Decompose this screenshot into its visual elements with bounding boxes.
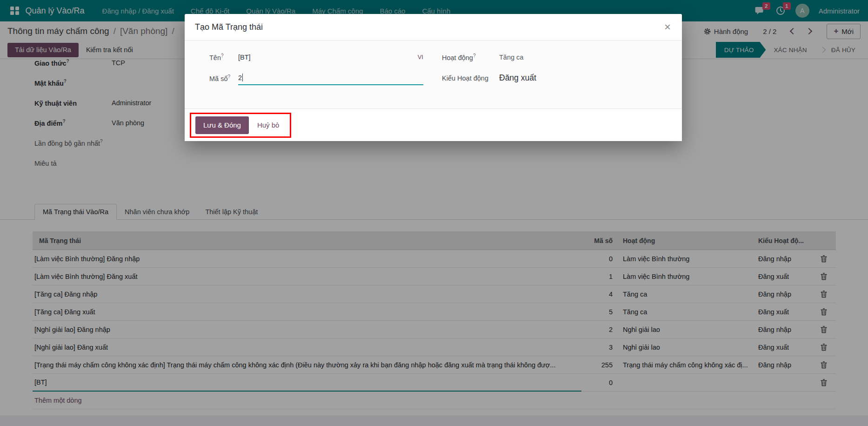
type-field-label: Kiểu Hoạt động <box>442 74 499 82</box>
discard-button[interactable]: Huỷ bỏ <box>251 116 286 134</box>
activity-field-label: Hoạt động? <box>442 53 499 61</box>
code-input[interactable]: 2 <box>238 71 423 85</box>
dialog-header: Tạo Mã Trạng thái × <box>185 14 682 41</box>
type-field[interactable]: Đăng xuất <box>499 73 665 83</box>
translate-badge[interactable]: VI <box>418 54 423 61</box>
create-status-code-dialog: Tạo Mã Trạng thái × Tên? [BT] VI Mã số? … <box>185 14 682 141</box>
close-icon[interactable]: × <box>661 20 674 34</box>
name-field-label: Tên? <box>209 53 238 61</box>
save-close-button[interactable]: Lưu & Đóng <box>195 116 249 134</box>
dialog-footer: Lưu & Đóng Huỷ bỏ <box>185 108 682 141</box>
dialog-body: Tên? [BT] VI Mã số? 2 Hoạt động? <box>185 41 682 108</box>
app-window: Quản lý Vào/Ra Đăng nhập / Đăng xuất Chế… <box>0 0 868 426</box>
code-field-label: Mã số? <box>209 74 238 82</box>
activity-field[interactable]: Tăng ca <box>499 54 665 61</box>
name-field[interactable]: [BT] VI <box>238 54 423 61</box>
text-caret <box>242 74 243 81</box>
dialog-title: Tạo Mã Trạng thái <box>195 22 661 32</box>
red-highlight-box: Lưu & Đóng Huỷ bỏ <box>190 113 291 138</box>
